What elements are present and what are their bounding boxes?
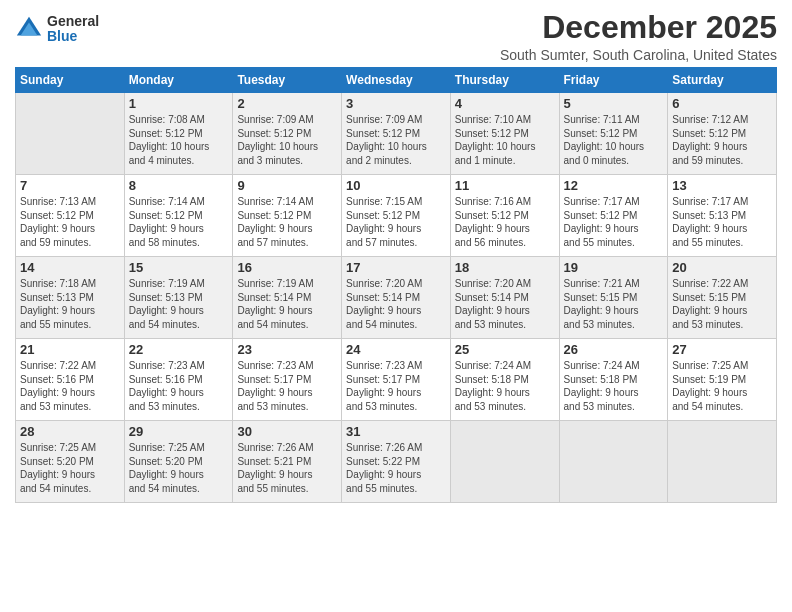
day-info: Sunrise: 7:14 AMSunset: 5:12 PMDaylight:… <box>237 195 337 249</box>
day-info: Sunrise: 7:09 AMSunset: 5:12 PMDaylight:… <box>346 113 446 167</box>
calendar-table: Sunday Monday Tuesday Wednesday Thursday… <box>15 67 777 503</box>
day-number: 15 <box>129 260 229 275</box>
page: General Blue December 2025 South Sumter,… <box>0 0 792 612</box>
day-info: Sunrise: 7:24 AMSunset: 5:18 PMDaylight:… <box>455 359 555 413</box>
day-number: 11 <box>455 178 555 193</box>
calendar-cell: 27Sunrise: 7:25 AMSunset: 5:19 PMDayligh… <box>668 339 777 421</box>
calendar-cell: 23Sunrise: 7:23 AMSunset: 5:17 PMDayligh… <box>233 339 342 421</box>
calendar-cell: 6Sunrise: 7:12 AMSunset: 5:12 PMDaylight… <box>668 93 777 175</box>
day-info: Sunrise: 7:19 AMSunset: 5:14 PMDaylight:… <box>237 277 337 331</box>
day-number: 2 <box>237 96 337 111</box>
day-number: 19 <box>564 260 664 275</box>
calendar-cell: 14Sunrise: 7:18 AMSunset: 5:13 PMDayligh… <box>16 257 125 339</box>
calendar-cell: 12Sunrise: 7:17 AMSunset: 5:12 PMDayligh… <box>559 175 668 257</box>
calendar-week-row: 14Sunrise: 7:18 AMSunset: 5:13 PMDayligh… <box>16 257 777 339</box>
day-number: 6 <box>672 96 772 111</box>
logo-icon <box>15 15 43 43</box>
day-info: Sunrise: 7:26 AMSunset: 5:22 PMDaylight:… <box>346 441 446 495</box>
day-number: 3 <box>346 96 446 111</box>
col-sunday: Sunday <box>16 68 125 93</box>
col-monday: Monday <box>124 68 233 93</box>
day-info: Sunrise: 7:21 AMSunset: 5:15 PMDaylight:… <box>564 277 664 331</box>
calendar-cell: 11Sunrise: 7:16 AMSunset: 5:12 PMDayligh… <box>450 175 559 257</box>
day-number: 20 <box>672 260 772 275</box>
calendar-cell: 22Sunrise: 7:23 AMSunset: 5:16 PMDayligh… <box>124 339 233 421</box>
logo: General Blue <box>15 14 99 45</box>
calendar-cell: 31Sunrise: 7:26 AMSunset: 5:22 PMDayligh… <box>342 421 451 503</box>
calendar-cell: 7Sunrise: 7:13 AMSunset: 5:12 PMDaylight… <box>16 175 125 257</box>
day-number: 30 <box>237 424 337 439</box>
day-info: Sunrise: 7:15 AMSunset: 5:12 PMDaylight:… <box>346 195 446 249</box>
day-number: 27 <box>672 342 772 357</box>
day-info: Sunrise: 7:22 AMSunset: 5:16 PMDaylight:… <box>20 359 120 413</box>
day-number: 23 <box>237 342 337 357</box>
location-title: South Sumter, South Carolina, United Sta… <box>500 47 777 63</box>
day-number: 24 <box>346 342 446 357</box>
title-area: December 2025 South Sumter, South Caroli… <box>500 10 777 63</box>
day-number: 22 <box>129 342 229 357</box>
day-number: 1 <box>129 96 229 111</box>
day-info: Sunrise: 7:23 AMSunset: 5:17 PMDaylight:… <box>237 359 337 413</box>
calendar-cell: 2Sunrise: 7:09 AMSunset: 5:12 PMDaylight… <box>233 93 342 175</box>
day-info: Sunrise: 7:12 AMSunset: 5:12 PMDaylight:… <box>672 113 772 167</box>
day-info: Sunrise: 7:10 AMSunset: 5:12 PMDaylight:… <box>455 113 555 167</box>
col-wednesday: Wednesday <box>342 68 451 93</box>
calendar-cell <box>559 421 668 503</box>
logo-blue: Blue <box>47 29 99 44</box>
calendar-cell: 1Sunrise: 7:08 AMSunset: 5:12 PMDaylight… <box>124 93 233 175</box>
calendar-cell: 16Sunrise: 7:19 AMSunset: 5:14 PMDayligh… <box>233 257 342 339</box>
calendar-cell <box>450 421 559 503</box>
calendar-cell: 10Sunrise: 7:15 AMSunset: 5:12 PMDayligh… <box>342 175 451 257</box>
day-number: 4 <box>455 96 555 111</box>
day-number: 9 <box>237 178 337 193</box>
day-info: Sunrise: 7:20 AMSunset: 5:14 PMDaylight:… <box>455 277 555 331</box>
calendar-week-row: 28Sunrise: 7:25 AMSunset: 5:20 PMDayligh… <box>16 421 777 503</box>
calendar-week-row: 21Sunrise: 7:22 AMSunset: 5:16 PMDayligh… <box>16 339 777 421</box>
day-number: 31 <box>346 424 446 439</box>
header: General Blue December 2025 South Sumter,… <box>15 10 777 63</box>
day-number: 5 <box>564 96 664 111</box>
col-friday: Friday <box>559 68 668 93</box>
calendar-cell: 20Sunrise: 7:22 AMSunset: 5:15 PMDayligh… <box>668 257 777 339</box>
calendar-cell <box>668 421 777 503</box>
calendar-cell: 18Sunrise: 7:20 AMSunset: 5:14 PMDayligh… <box>450 257 559 339</box>
day-number: 18 <box>455 260 555 275</box>
calendar-cell: 4Sunrise: 7:10 AMSunset: 5:12 PMDaylight… <box>450 93 559 175</box>
calendar-cell: 17Sunrise: 7:20 AMSunset: 5:14 PMDayligh… <box>342 257 451 339</box>
calendar-cell: 9Sunrise: 7:14 AMSunset: 5:12 PMDaylight… <box>233 175 342 257</box>
day-info: Sunrise: 7:09 AMSunset: 5:12 PMDaylight:… <box>237 113 337 167</box>
calendar-cell: 8Sunrise: 7:14 AMSunset: 5:12 PMDaylight… <box>124 175 233 257</box>
day-number: 10 <box>346 178 446 193</box>
day-number: 29 <box>129 424 229 439</box>
calendar-week-row: 7Sunrise: 7:13 AMSunset: 5:12 PMDaylight… <box>16 175 777 257</box>
calendar-cell: 13Sunrise: 7:17 AMSunset: 5:13 PMDayligh… <box>668 175 777 257</box>
calendar-cell: 25Sunrise: 7:24 AMSunset: 5:18 PMDayligh… <box>450 339 559 421</box>
day-info: Sunrise: 7:25 AMSunset: 5:20 PMDaylight:… <box>129 441 229 495</box>
day-number: 14 <box>20 260 120 275</box>
day-info: Sunrise: 7:08 AMSunset: 5:12 PMDaylight:… <box>129 113 229 167</box>
calendar-cell: 26Sunrise: 7:24 AMSunset: 5:18 PMDayligh… <box>559 339 668 421</box>
day-info: Sunrise: 7:20 AMSunset: 5:14 PMDaylight:… <box>346 277 446 331</box>
day-number: 8 <box>129 178 229 193</box>
day-info: Sunrise: 7:22 AMSunset: 5:15 PMDaylight:… <box>672 277 772 331</box>
day-number: 12 <box>564 178 664 193</box>
col-saturday: Saturday <box>668 68 777 93</box>
day-info: Sunrise: 7:17 AMSunset: 5:13 PMDaylight:… <box>672 195 772 249</box>
day-info: Sunrise: 7:26 AMSunset: 5:21 PMDaylight:… <box>237 441 337 495</box>
day-number: 16 <box>237 260 337 275</box>
calendar-cell: 15Sunrise: 7:19 AMSunset: 5:13 PMDayligh… <box>124 257 233 339</box>
day-number: 7 <box>20 178 120 193</box>
day-info: Sunrise: 7:13 AMSunset: 5:12 PMDaylight:… <box>20 195 120 249</box>
day-number: 13 <box>672 178 772 193</box>
day-info: Sunrise: 7:25 AMSunset: 5:20 PMDaylight:… <box>20 441 120 495</box>
month-title: December 2025 <box>500 10 777 45</box>
calendar-cell: 5Sunrise: 7:11 AMSunset: 5:12 PMDaylight… <box>559 93 668 175</box>
day-number: 17 <box>346 260 446 275</box>
col-thursday: Thursday <box>450 68 559 93</box>
day-info: Sunrise: 7:25 AMSunset: 5:19 PMDaylight:… <box>672 359 772 413</box>
day-info: Sunrise: 7:16 AMSunset: 5:12 PMDaylight:… <box>455 195 555 249</box>
day-number: 28 <box>20 424 120 439</box>
logo-text: General Blue <box>47 14 99 45</box>
day-info: Sunrise: 7:24 AMSunset: 5:18 PMDaylight:… <box>564 359 664 413</box>
calendar-cell: 19Sunrise: 7:21 AMSunset: 5:15 PMDayligh… <box>559 257 668 339</box>
